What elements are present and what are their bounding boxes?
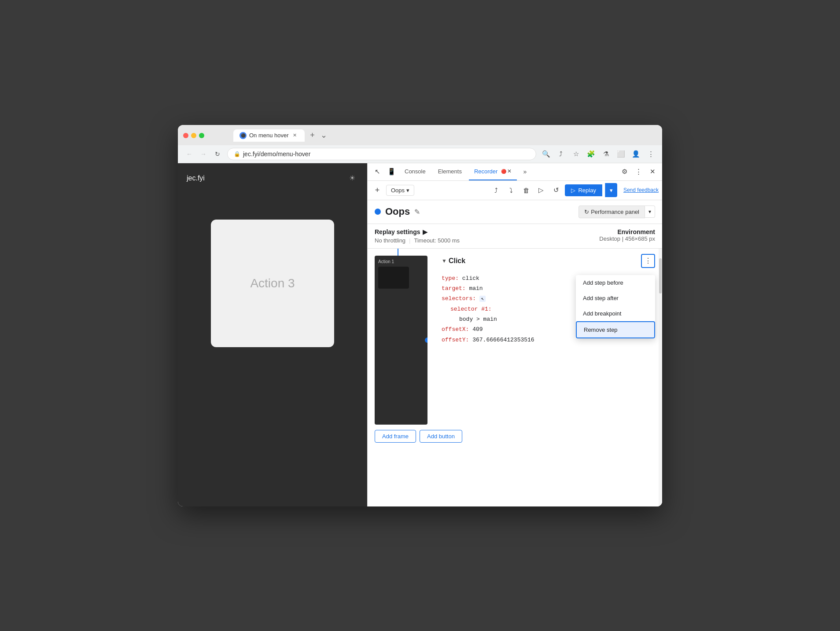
performance-panel-controls: ↻ Performance panel ▾	[578, 205, 655, 218]
new-tab-button[interactable]: +	[306, 129, 319, 142]
environment-label: Environment	[599, 228, 655, 235]
address-bar: ← → ↻ 🔒 jec.fyi/demo/menu-hover 🔍 ⤴ ☆ 🧩 …	[178, 145, 662, 163]
tab-close-button[interactable]: ✕	[291, 132, 298, 139]
settings-env-row: Replay settings ▶ No throttling | Timeou…	[368, 224, 662, 249]
account-button[interactable]: 👤	[630, 148, 642, 160]
main-content: jec.fyi ☀ Action 3 ↖ 📱 Console Elements …	[178, 163, 662, 506]
bookmark-button[interactable]: ☆	[570, 148, 582, 160]
devtools-close-button[interactable]: ✕	[646, 165, 659, 178]
steps-area: Action 1 ▼ Click ⋮	[368, 249, 662, 506]
scrollbar-thumb[interactable]	[659, 258, 662, 293]
replay-play-icon: ▷	[571, 187, 575, 194]
send-feedback-link[interactable]: Send feedback	[623, 187, 659, 193]
split-button[interactable]: ⬜	[615, 148, 627, 160]
context-menu: Add step before Add step after Add break…	[576, 275, 655, 338]
more-button[interactable]: ⋮	[645, 148, 657, 160]
replay-settings-values: No throttling | Timeout: 5000 ms	[375, 237, 460, 244]
forward-button[interactable]: →	[197, 148, 210, 160]
tab-title: On menu hover	[249, 132, 289, 139]
add-step-before-item[interactable]: Add step before	[576, 275, 655, 290]
address-field[interactable]: 🔒 jec.fyi/demo/menu-hover	[227, 148, 536, 160]
performance-panel-label: Performance panel	[591, 209, 639, 215]
scrollbar[interactable]	[659, 249, 662, 506]
browser-tabs: ⚫ On menu hover ✕ + ⌄	[233, 129, 327, 142]
refresh-button[interactable]: ↻	[211, 148, 224, 160]
add-button-button[interactable]: Add button	[420, 430, 462, 443]
play-once-button[interactable]: ▷	[535, 184, 547, 196]
devtools-toolbar: ↖ 📱 Console Elements Recorder 🔴 ✕ »	[368, 163, 662, 181]
performance-panel-dropdown[interactable]: ▾	[645, 205, 655, 218]
tab-console[interactable]: Console	[399, 163, 431, 180]
step-container: Action 1 ▼ Click ⋮	[368, 249, 662, 425]
step-preview: Action 1	[375, 256, 427, 425]
step-menu-icon: ⋮	[645, 257, 652, 265]
environment-resolution: 456×685 px	[625, 235, 655, 242]
site-title: jec.fyi	[187, 174, 205, 182]
recording-name-label: Oops	[391, 187, 405, 194]
step-dot	[425, 338, 427, 343]
remove-step-item[interactable]: Remove step	[576, 321, 655, 338]
step-header: ▼ Click ⋮	[442, 254, 655, 268]
add-step-after-item[interactable]: Add step after	[576, 290, 655, 306]
step-detail: ▼ Click ⋮ type: click	[435, 249, 662, 425]
extensions-button[interactable]: 🧩	[585, 148, 597, 160]
inspect-element-button[interactable]: ↖	[371, 165, 383, 178]
recorder-badge: 🔴	[499, 169, 506, 174]
website-panel: jec.fyi ☀ Action 3	[178, 163, 367, 506]
device-toolbar-button[interactable]: 📱	[385, 165, 398, 178]
title-bar: ⚫ On menu hover ✕ + ⌄	[178, 125, 662, 145]
step-preview-inner: Action 1	[375, 256, 427, 292]
export-button[interactable]: ⤴	[490, 184, 502, 196]
experiments-button[interactable]: ⚗	[600, 148, 612, 160]
close-window-button[interactable]	[183, 133, 188, 138]
throttling-value: No throttling	[375, 237, 405, 244]
step-menu-button[interactable]: ⋮	[641, 254, 655, 268]
replay-button[interactable]: ▷ Replay	[565, 184, 602, 196]
perf-icon: ↻	[584, 209, 589, 215]
add-recording-button[interactable]: +	[371, 184, 383, 196]
selector-icon[interactable]: ↖	[479, 296, 486, 302]
action-card: Action 3	[211, 220, 334, 347]
replay-settings-header[interactable]: Replay settings ▶	[375, 228, 460, 235]
add-breakpoint-item[interactable]: Add breakpoint	[576, 306, 655, 321]
tab-recorder[interactable]: Recorder 🔴 ✕	[469, 163, 517, 180]
environment-separator: |	[622, 235, 625, 242]
tab-menu-button[interactable]: ⌄	[321, 130, 327, 142]
nav-buttons: ← → ↻	[183, 148, 224, 160]
replay-dropdown-button[interactable]: ▾	[605, 183, 617, 197]
recorder-tab-close[interactable]: ✕	[507, 168, 512, 174]
environment-col: Environment Desktop | 456×685 px	[599, 228, 655, 244]
theme-toggle-button[interactable]: ☀	[346, 172, 358, 184]
devtools-more-button[interactable]: ⋮	[632, 165, 645, 178]
environment-value: Desktop | 456×685 px	[599, 235, 655, 242]
timeout-value: Timeout: 5000 ms	[414, 237, 460, 244]
devtools-panel: ↖ 📱 Console Elements Recorder 🔴 ✕ »	[367, 163, 662, 506]
devtools-settings-button[interactable]: ⚙	[618, 165, 630, 178]
minimize-window-button[interactable]	[191, 133, 196, 138]
browser-window: ⚫ On menu hover ✕ + ⌄ ← → ↻ 🔒 jec.fyi/de…	[178, 125, 662, 506]
lock-icon: 🔒	[234, 151, 240, 157]
environment-type: Desktop	[599, 235, 620, 242]
share-button[interactable]: ⤴	[555, 148, 567, 160]
loop-button[interactable]: ↺	[550, 184, 562, 196]
active-tab[interactable]: ⚫ On menu hover ✕	[233, 129, 305, 142]
performance-panel-button[interactable]: ↻ Performance panel	[578, 205, 645, 218]
more-tabs-button[interactable]: »	[519, 165, 531, 178]
action-card-text: Action 3	[250, 276, 295, 290]
step-preview-card	[378, 267, 409, 289]
step-expand-icon[interactable]: ▼	[442, 258, 447, 264]
replay-settings-label: Replay settings	[375, 228, 420, 235]
step-actions: Add frame Add button	[368, 425, 662, 448]
edit-recording-name-button[interactable]: ✎	[414, 208, 420, 216]
address-text: jec.fyi/demo/menu-hover	[243, 150, 310, 158]
back-button[interactable]: ←	[183, 148, 195, 160]
recording-title: Oops	[385, 206, 410, 217]
tab-elements[interactable]: Elements	[433, 163, 467, 180]
replay-settings-col: Replay settings ▶ No throttling | Timeou…	[375, 228, 460, 244]
search-button[interactable]: 🔍	[540, 148, 552, 160]
delete-recording-button[interactable]: 🗑	[520, 184, 532, 196]
maximize-window-button[interactable]	[199, 133, 204, 138]
add-frame-button[interactable]: Add frame	[375, 430, 416, 443]
recording-selector[interactable]: Oops ▾	[386, 185, 414, 196]
import-button[interactable]: ⤵	[505, 184, 517, 196]
